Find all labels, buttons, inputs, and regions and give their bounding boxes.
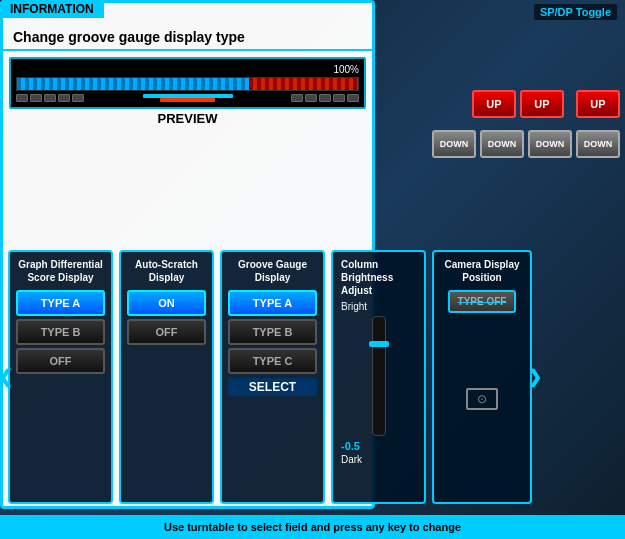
select-label: SELECT xyxy=(228,378,317,396)
col-brightness: Column Brightness Adjust Bright -0.5 Dar… xyxy=(331,250,426,504)
groove-type-a-button[interactable]: TYPE A xyxy=(228,290,317,316)
gauge-cyan xyxy=(17,78,249,90)
preview-label: PREVIEW xyxy=(3,111,372,126)
down-button-3[interactable]: DOWN xyxy=(528,130,572,158)
brightness-top-label: Bright xyxy=(341,301,416,312)
camera-title: Camera Display Position xyxy=(440,258,524,284)
auto-on-button[interactable]: ON xyxy=(127,290,206,316)
bottom-status-bar: Use turntable to select field and press … xyxy=(0,515,625,539)
up-button-2[interactable]: UP xyxy=(520,90,564,118)
groove-col-title: Groove Gauge Display xyxy=(228,258,317,284)
knob-r1 xyxy=(291,94,303,102)
down-button-2[interactable]: DOWN xyxy=(480,130,524,158)
options-container: ❮ Graph Differential Score Display TYPE … xyxy=(8,250,620,504)
knob-5 xyxy=(72,94,84,102)
col-auto: Auto-Scratch Display ON OFF xyxy=(119,250,214,504)
col-graph: ❮ Graph Differential Score Display TYPE … xyxy=(8,250,113,504)
knob-r5 xyxy=(347,94,359,102)
col-groove: Groove Gauge Display TYPE A TYPE B TYPE … xyxy=(220,250,325,504)
percent-label: 100% xyxy=(16,64,359,75)
graph-type-b-button[interactable]: TYPE B xyxy=(16,319,105,345)
up-button-3[interactable]: UP xyxy=(576,90,620,118)
knob-4 xyxy=(58,94,70,102)
gauge-bottom xyxy=(16,94,359,102)
camera-icon: ⊙ xyxy=(466,388,498,410)
col-camera: Camera Display Position ❯ TYPE OFF ⊙ xyxy=(432,250,532,504)
knob-1 xyxy=(16,94,28,102)
knob-r3 xyxy=(319,94,331,102)
down-button-4[interactable]: DOWN xyxy=(576,130,620,158)
brightness-value: -0.5 xyxy=(341,440,416,452)
groove-type-b-button[interactable]: TYPE B xyxy=(228,319,317,345)
up-buttons-row: UP UP UP xyxy=(472,90,620,118)
graph-col-title: Graph Differential Score Display xyxy=(16,258,105,284)
knob-2 xyxy=(30,94,42,102)
gauge-track xyxy=(16,77,359,91)
type-off-button[interactable]: TYPE OFF xyxy=(448,290,517,313)
preview-box: 100% xyxy=(9,57,366,109)
info-label: INFORMATION xyxy=(10,2,94,16)
chevron-left-icon[interactable]: ❮ xyxy=(0,366,13,388)
slider-thumb xyxy=(369,341,389,347)
mini-bar-red xyxy=(160,98,215,102)
gauge-red xyxy=(249,78,358,90)
info-header: INFORMATION xyxy=(0,0,104,18)
graph-type-a-button[interactable]: TYPE A xyxy=(16,290,105,316)
gauge-knobs-left xyxy=(16,94,84,102)
brightness-title: Column Brightness Adjust xyxy=(341,258,416,297)
knob-r4 xyxy=(333,94,345,102)
auto-col-title: Auto-Scratch Display xyxy=(127,258,206,284)
down-buttons-row: DOWN DOWN DOWN DOWN xyxy=(432,130,620,158)
up-button-1[interactable]: UP xyxy=(472,90,516,118)
knob-r2 xyxy=(305,94,317,102)
groove-type-c-button[interactable]: TYPE C xyxy=(228,348,317,374)
brightness-slider[interactable] xyxy=(372,316,386,436)
graph-off-button[interactable]: OFF xyxy=(16,348,105,374)
groove-title: Change groove gauge display type xyxy=(3,25,372,51)
brightness-bottom-label: Dark xyxy=(341,454,416,465)
down-button-1[interactable]: DOWN xyxy=(432,130,476,158)
auto-off-button[interactable]: OFF xyxy=(127,319,206,345)
gauge-knobs-right xyxy=(291,94,359,102)
chevron-right-icon[interactable]: ❯ xyxy=(527,366,542,388)
knob-3 xyxy=(44,94,56,102)
sp-dp-toggle[interactable]: SP/DP Toggle xyxy=(534,4,617,20)
